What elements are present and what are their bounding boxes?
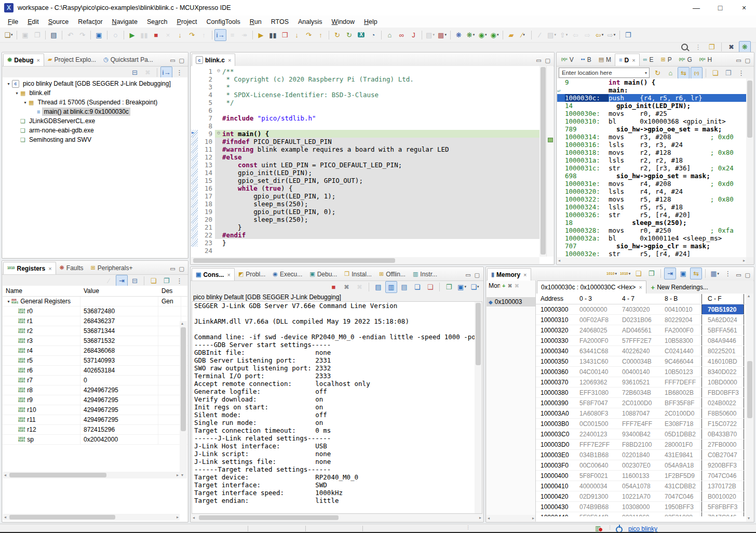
link-memory-rendering-icon[interactable]: ⇆ (690, 268, 702, 279)
menu-source[interactable]: Source (44, 17, 74, 26)
register-row-r8[interactable]: 10100101r84294967295 (3, 385, 187, 395)
remove-all-monitors-icon[interactable]: ✖ (515, 283, 519, 289)
remove-monitor-icon[interactable]: ✖ (507, 283, 512, 289)
profile-icon[interactable]: ◉▾ (489, 29, 501, 41)
toolbar-handle-icon[interactable]: ⋮ (692, 41, 704, 53)
memory-column-8-b[interactable]: 8 - B (659, 294, 701, 304)
remove-all-launches-icon[interactable]: ✖ (354, 281, 366, 293)
debug-tree-item[interactable]: ≡main() at blink.c:9 0x1000030c (3, 107, 187, 116)
next-annotation-icon[interactable]: ▤▾ (546, 29, 558, 41)
memory-cell[interactable]: 13431C60 (574, 356, 616, 366)
clear-console-icon[interactable]: ▤ (372, 281, 384, 293)
memory-cell[interactable]: 084A9446 (701, 336, 744, 345)
tab-close-icon[interactable]: × (228, 57, 231, 63)
step-into-icon[interactable]: ↓ (174, 29, 186, 41)
menu-run[interactable]: Run (245, 17, 266, 26)
memory-cell[interactable]: 10308000 (616, 502, 659, 512)
new-memory-view-icon[interactable]: ❏ (632, 268, 644, 279)
editor-area[interactable]: cblink.c× ▭▢ 1⊖/**2 * Copyright (c) 2020… (190, 52, 555, 265)
new-icon[interactable]: ❏▾ (3, 29, 15, 41)
cpp-perspective-shortcut-icon[interactable]: ❐ (622, 29, 634, 41)
show-source-icon[interactable]: {≡} (691, 67, 703, 79)
tab-v[interactable]: (x)=V (558, 53, 577, 66)
tab-memory[interactable]: ▮Memory× (487, 268, 531, 281)
flash-tool-icon[interactable]: ∕▾ (517, 29, 529, 41)
mcuxpresso-x-icon[interactable]: X (355, 29, 367, 41)
run-icon[interactable]: ◉▾ (477, 29, 489, 41)
memory-cell[interactable]: 93400B42 (616, 429, 659, 439)
remove-all-terminated-icon[interactable]: ✖ (142, 66, 154, 78)
memory-cell[interactable]: 02201840 (616, 450, 659, 460)
tab-instal[interactable]: ❒Instal... (341, 268, 375, 281)
code-editor[interactable]: 1⊖/**2 * Copyright (c) 2020 Raspberry Pi… (191, 68, 539, 257)
memory-cell[interactable]: 054A1078 (616, 481, 659, 491)
memory-cell[interactable]: C0241440 (659, 346, 701, 356)
tab-h[interactable]: (x)=H (696, 53, 716, 66)
maximize-view-icon[interactable]: ▢ (179, 57, 184, 64)
clean-markers-icon[interactable]: ▩▾ (436, 29, 448, 41)
tab-debu[interactable]: ▣Debu... (306, 268, 341, 281)
jlink-icon[interactable]: J (408, 29, 420, 41)
view-menu-icon[interactable]: ⋮ (735, 67, 747, 79)
search-icon[interactable] (679, 41, 691, 53)
maximize-view-icon[interactable]: ▢ (545, 57, 550, 64)
memory-cell[interactable]: FA2000F0 (659, 325, 701, 335)
editor-vertical-scrollbar[interactable] (539, 66, 547, 257)
debug-icon[interactable]: ❋▾ (465, 29, 477, 41)
memory-cell[interactable]: 00410010 (659, 304, 701, 314)
memory-column-4-7[interactable]: 4 - 7 (616, 294, 659, 304)
memory-cell[interactable]: 40226240 (616, 346, 659, 356)
register-row-r11[interactable]: 10100101r114294967295 (3, 415, 187, 425)
memory-cell[interactable]: 00C00640 (574, 460, 616, 470)
location-combo[interactable]: Enter location here▾ (559, 68, 650, 78)
mark-occurrences-icon[interactable]: ∕ (534, 29, 546, 41)
back-disabled-icon[interactable]: ⇦ (570, 29, 582, 41)
memory-cell[interactable]: 416010BD (701, 356, 744, 366)
step-over-icon[interactable]: ↷ (186, 29, 198, 41)
debug-launches-icon[interactable]: ▥ (595, 525, 601, 532)
memory-cell[interactable]: 2C0100D0 (616, 398, 659, 408)
memory-cell[interactable]: E308F718 (659, 419, 701, 429)
register-row-r7[interactable]: 10100101r70 (3, 376, 187, 385)
register-row-r4[interactable]: 10100101r4268436068 (3, 346, 187, 356)
fold-collapse-icon[interactable]: ⊖ (215, 68, 222, 75)
view-menu-icon[interactable]: ⋮ (173, 275, 185, 287)
close-window-button[interactable]: × (732, 0, 756, 16)
tab-instr[interactable]: ▥Instr... (409, 268, 441, 281)
expander-icon[interactable]: ▾ (6, 299, 11, 304)
menu-project[interactable]: Project (172, 17, 202, 26)
debug-tree-item[interactable]: ▾▦Thread #1 57005 (Suspended : Breakpoin… (3, 98, 187, 107)
memory-cell[interactable]: 70B51920 (701, 304, 744, 314)
registers-horizontal-scrollbar[interactable]: ◂▸ (3, 472, 180, 478)
memory-cell[interactable]: 431CDBB2 (659, 481, 701, 491)
memory-cell[interactable]: 10BD0000 (701, 377, 744, 387)
memory-column-address[interactable]: Address (536, 295, 574, 302)
maximize-view-icon[interactable]: ▢ (745, 57, 750, 64)
register-row-r12[interactable]: 10100101r12872415296 (3, 425, 187, 435)
tab-close-icon[interactable]: × (639, 284, 642, 290)
register-row-r10[interactable]: 10100101r104294967295 (3, 405, 187, 415)
build-targets-icon[interactable]: ▤▾ (424, 29, 436, 41)
menu-file[interactable]: File (3, 17, 23, 26)
memory-cell[interactable]: 002307E0 (616, 460, 659, 470)
tab-project-explo[interactable]: ▰Project Explo... (44, 53, 100, 66)
memory-cell[interactable]: 034B1B68 (574, 450, 616, 460)
menu-analysis[interactable]: Analysis (293, 17, 327, 26)
menu-refactor[interactable]: Refactor (73, 17, 107, 26)
debug-tree-item[interactable]: ▾cpico blinky Default [GDB SEGGER J-Link… (3, 79, 187, 88)
new-renderings-tab[interactable]: + New Renderings... (646, 281, 713, 294)
memory-cell[interactable]: 02D91300 (574, 491, 616, 501)
memory-cell[interactable]: D0231B06 (616, 315, 659, 325)
step-out-assembly-icon[interactable]: ↑ (315, 29, 327, 41)
home-icon[interactable]: ⌂ (384, 29, 396, 41)
memory-cell[interactable]: 7047C046 (659, 491, 701, 501)
debug-tree-item[interactable]: ▾▦blink.elf (3, 88, 187, 98)
tab-quickstart-pa[interactable]: ◷Quickstart Pa... (100, 53, 157, 66)
debug-tree-item[interactable]: ❏arm-none-eabi-gdb.exe (3, 126, 187, 135)
monitors-scrollbar[interactable]: ◂▸ (487, 515, 535, 522)
memory-cell[interactable]: 40000034 (574, 481, 616, 491)
edit-register-icon[interactable]: ∕ (103, 275, 115, 287)
memory-cell[interactable]: 024B0022 (701, 398, 744, 408)
step-into-assembly-icon[interactable]: ↓ (291, 29, 303, 41)
tab-execu[interactable]: ◉Execu... (269, 268, 306, 281)
